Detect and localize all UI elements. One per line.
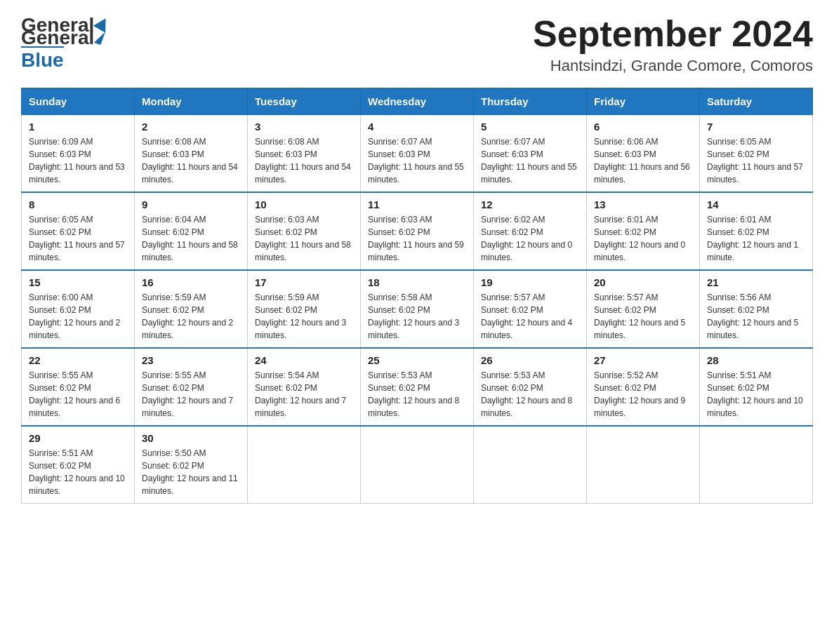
calendar-cell: 20 Sunrise: 5:57 AM Sunset: 6:02 PM Dayl… bbox=[587, 270, 700, 348]
calendar-cell: 26 Sunrise: 5:53 AM Sunset: 6:02 PM Dayl… bbox=[474, 348, 587, 426]
day-number: 28 bbox=[707, 354, 805, 366]
day-number: 8 bbox=[29, 199, 127, 210]
day-info: Sunrise: 6:04 AM Sunset: 6:02 PM Dayligh… bbox=[142, 213, 240, 264]
weekday-header-row: Sunday Monday Tuesday Wednesday Thursday… bbox=[22, 88, 813, 115]
calendar-cell: 22 Sunrise: 5:55 AM Sunset: 6:02 PM Dayl… bbox=[22, 348, 135, 426]
calendar-cell: 4 Sunrise: 6:07 AM Sunset: 6:03 PM Dayli… bbox=[361, 115, 474, 193]
calendar-cell: 28 Sunrise: 5:51 AM Sunset: 6:02 PM Dayl… bbox=[700, 348, 813, 426]
calendar-cell: 10 Sunrise: 6:03 AM Sunset: 6:02 PM Dayl… bbox=[248, 192, 361, 270]
calendar-cell: 24 Sunrise: 5:54 AM Sunset: 6:02 PM Dayl… bbox=[248, 348, 361, 426]
week-row-1: 1 Sunrise: 6:09 AM Sunset: 6:03 PM Dayli… bbox=[22, 115, 813, 193]
day-number: 13 bbox=[594, 199, 692, 210]
page-header: General General Blue September 2024 Hant… bbox=[21, 14, 813, 75]
day-number: 22 bbox=[29, 354, 127, 366]
calendar-cell: 16 Sunrise: 5:59 AM Sunset: 6:02 PM Dayl… bbox=[135, 270, 248, 348]
day-info: Sunrise: 6:07 AM Sunset: 6:03 PM Dayligh… bbox=[481, 135, 579, 186]
day-number: 5 bbox=[481, 121, 579, 133]
day-number: 3 bbox=[255, 121, 353, 133]
calendar-cell bbox=[700, 426, 813, 504]
header-tuesday: Tuesday bbox=[248, 88, 361, 115]
logo-flag-icon bbox=[94, 29, 105, 45]
calendar-cell: 1 Sunrise: 6:09 AM Sunset: 6:03 PM Dayli… bbox=[22, 115, 135, 193]
day-info: Sunrise: 5:57 AM Sunset: 6:02 PM Dayligh… bbox=[594, 291, 692, 342]
calendar-cell: 15 Sunrise: 6:00 AM Sunset: 6:02 PM Dayl… bbox=[22, 270, 135, 348]
day-info: Sunrise: 6:03 AM Sunset: 6:02 PM Dayligh… bbox=[368, 213, 466, 264]
day-info: Sunrise: 6:00 AM Sunset: 6:02 PM Dayligh… bbox=[29, 291, 127, 342]
day-number: 1 bbox=[29, 121, 127, 133]
header-saturday: Saturday bbox=[700, 88, 813, 115]
day-number: 23 bbox=[142, 354, 240, 366]
calendar-cell: 19 Sunrise: 5:57 AM Sunset: 6:02 PM Dayl… bbox=[474, 270, 587, 348]
day-number: 9 bbox=[142, 199, 240, 210]
day-info: Sunrise: 5:58 AM Sunset: 6:02 PM Dayligh… bbox=[368, 291, 466, 342]
header-monday: Monday bbox=[135, 88, 248, 115]
header-thursday: Thursday bbox=[474, 88, 587, 115]
calendar-cell: 2 Sunrise: 6:08 AM Sunset: 6:03 PM Dayli… bbox=[135, 115, 248, 193]
day-number: 18 bbox=[368, 276, 466, 288]
day-number: 25 bbox=[368, 354, 466, 366]
day-info: Sunrise: 6:01 AM Sunset: 6:02 PM Dayligh… bbox=[594, 213, 692, 264]
day-info: Sunrise: 5:53 AM Sunset: 6:02 PM Dayligh… bbox=[481, 369, 579, 420]
header-sunday: Sunday bbox=[22, 88, 135, 115]
month-title: September 2024 bbox=[533, 14, 813, 54]
week-row-3: 15 Sunrise: 6:00 AM Sunset: 6:02 PM Dayl… bbox=[22, 270, 813, 348]
day-info: Sunrise: 6:06 AM Sunset: 6:03 PM Dayligh… bbox=[594, 135, 692, 186]
day-info: Sunrise: 6:07 AM Sunset: 6:03 PM Dayligh… bbox=[368, 135, 466, 186]
calendar-cell: 21 Sunrise: 5:56 AM Sunset: 6:02 PM Dayl… bbox=[700, 270, 813, 348]
day-number: 16 bbox=[142, 276, 240, 288]
day-info: Sunrise: 5:55 AM Sunset: 6:02 PM Dayligh… bbox=[142, 369, 240, 420]
day-info: Sunrise: 5:51 AM Sunset: 6:02 PM Dayligh… bbox=[29, 447, 127, 497]
day-info: Sunrise: 6:03 AM Sunset: 6:02 PM Dayligh… bbox=[255, 213, 353, 264]
day-number: 29 bbox=[29, 432, 127, 444]
day-number: 19 bbox=[481, 276, 579, 288]
calendar-cell: 18 Sunrise: 5:58 AM Sunset: 6:02 PM Dayl… bbox=[361, 270, 474, 348]
day-info: Sunrise: 6:05 AM Sunset: 6:02 PM Dayligh… bbox=[29, 213, 127, 264]
calendar-cell: 5 Sunrise: 6:07 AM Sunset: 6:03 PM Dayli… bbox=[474, 115, 587, 193]
day-info: Sunrise: 5:59 AM Sunset: 6:02 PM Dayligh… bbox=[255, 291, 353, 342]
day-info: Sunrise: 5:53 AM Sunset: 6:02 PM Dayligh… bbox=[368, 369, 466, 420]
logo-blue-text: Blue bbox=[21, 46, 64, 72]
calendar-table: Sunday Monday Tuesday Wednesday Thursday… bbox=[21, 88, 813, 504]
day-info: Sunrise: 6:08 AM Sunset: 6:03 PM Dayligh… bbox=[255, 135, 353, 186]
day-number: 24 bbox=[255, 354, 353, 366]
calendar-cell bbox=[248, 426, 361, 504]
calendar-cell: 25 Sunrise: 5:53 AM Sunset: 6:02 PM Dayl… bbox=[361, 348, 474, 426]
day-number: 15 bbox=[29, 276, 127, 288]
day-info: Sunrise: 6:08 AM Sunset: 6:03 PM Dayligh… bbox=[142, 135, 240, 186]
day-number: 6 bbox=[594, 121, 692, 133]
calendar-cell: 17 Sunrise: 5:59 AM Sunset: 6:02 PM Dayl… bbox=[248, 270, 361, 348]
calendar-cell: 13 Sunrise: 6:01 AM Sunset: 6:02 PM Dayl… bbox=[587, 192, 700, 270]
day-info: Sunrise: 5:56 AM Sunset: 6:02 PM Dayligh… bbox=[707, 291, 805, 342]
day-info: Sunrise: 6:09 AM Sunset: 6:03 PM Dayligh… bbox=[29, 135, 127, 186]
day-number: 27 bbox=[594, 354, 692, 366]
day-number: 7 bbox=[707, 121, 805, 133]
day-info: Sunrise: 6:01 AM Sunset: 6:02 PM Dayligh… bbox=[707, 213, 805, 264]
day-number: 17 bbox=[255, 276, 353, 288]
day-number: 14 bbox=[707, 199, 805, 210]
calendar-cell bbox=[361, 426, 474, 504]
calendar-cell: 23 Sunrise: 5:55 AM Sunset: 6:02 PM Dayl… bbox=[135, 348, 248, 426]
day-info: Sunrise: 5:54 AM Sunset: 6:02 PM Dayligh… bbox=[255, 369, 353, 420]
day-info: Sunrise: 5:57 AM Sunset: 6:02 PM Dayligh… bbox=[481, 291, 579, 342]
calendar-cell: 29 Sunrise: 5:51 AM Sunset: 6:02 PM Dayl… bbox=[22, 426, 135, 504]
week-row-4: 22 Sunrise: 5:55 AM Sunset: 6:02 PM Dayl… bbox=[22, 348, 813, 426]
calendar-cell: 30 Sunrise: 5:50 AM Sunset: 6:02 PM Dayl… bbox=[135, 426, 248, 504]
day-info: Sunrise: 6:02 AM Sunset: 6:02 PM Dayligh… bbox=[481, 213, 579, 264]
day-number: 12 bbox=[481, 199, 579, 210]
calendar-cell: 3 Sunrise: 6:08 AM Sunset: 6:03 PM Dayli… bbox=[248, 115, 361, 193]
week-row-2: 8 Sunrise: 6:05 AM Sunset: 6:02 PM Dayli… bbox=[22, 192, 813, 270]
calendar-cell: 12 Sunrise: 6:02 AM Sunset: 6:02 PM Dayl… bbox=[474, 192, 587, 270]
calendar-cell: 27 Sunrise: 5:52 AM Sunset: 6:02 PM Dayl… bbox=[587, 348, 700, 426]
day-number: 30 bbox=[142, 432, 240, 444]
calendar-cell: 6 Sunrise: 6:06 AM Sunset: 6:03 PM Dayli… bbox=[587, 115, 700, 193]
day-info: Sunrise: 5:51 AM Sunset: 6:02 PM Dayligh… bbox=[707, 369, 805, 420]
day-info: Sunrise: 6:05 AM Sunset: 6:02 PM Dayligh… bbox=[707, 135, 805, 186]
day-number: 26 bbox=[481, 354, 579, 366]
title-area: September 2024 Hantsindzi, Grande Comore… bbox=[533, 14, 813, 75]
calendar-cell: 9 Sunrise: 6:04 AM Sunset: 6:02 PM Dayli… bbox=[135, 192, 248, 270]
header-wednesday: Wednesday bbox=[361, 88, 474, 115]
location-subtitle: Hantsindzi, Grande Comore, Comoros bbox=[533, 57, 813, 75]
day-number: 2 bbox=[142, 121, 240, 133]
calendar-cell: 8 Sunrise: 6:05 AM Sunset: 6:02 PM Dayli… bbox=[22, 192, 135, 270]
calendar-cell bbox=[587, 426, 700, 504]
